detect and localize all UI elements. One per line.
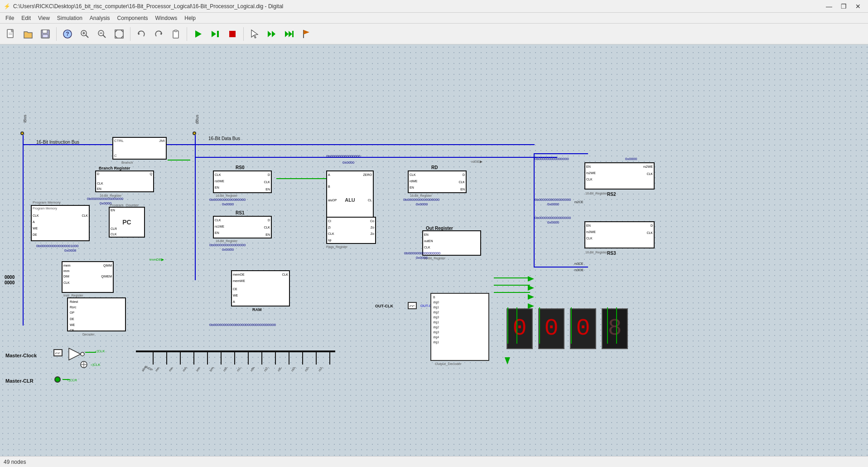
- rd-value-bin: 0b0000000000000000: [403, 198, 439, 202]
- rs1-value-bin: 0b0000000000000000: [209, 243, 246, 247]
- svg-marker-85: [528, 294, 534, 300]
- menu-simulation[interactable]: Simulation: [53, 13, 86, 23]
- instr-register-label: Instr_Register: [63, 294, 83, 297]
- zoom-in-button[interactable]: [77, 26, 93, 42]
- rs3-box: EN rs3WE CLK D CLK: [584, 221, 655, 248]
- menu-view[interactable]: View: [34, 13, 53, 23]
- seg-display-3: 0: [570, 308, 596, 349]
- restore-button[interactable]: ❐: [837, 2, 850, 11]
- rd-label: RD: [431, 165, 438, 170]
- pc-value-bin: 0b0000000000000001000: [36, 244, 78, 248]
- bottom-value-2: 0000: [5, 280, 14, 285]
- green-wire-3: [85, 352, 96, 353]
- menu-components[interactable]: Components: [114, 13, 152, 23]
- step-button[interactable]: [207, 26, 223, 42]
- canvas-area[interactable]: iBus dBus 16-Bit Instruction Bus 16-Bit …: [0, 44, 868, 456]
- svg-text:rdWE: rdWE: [250, 367, 257, 372]
- rs3-sub: 16-Bit_Register: [585, 251, 607, 254]
- pc-box: PC EN CLR CLK: [109, 207, 145, 238]
- svg-line-14: [103, 35, 106, 38]
- svg-rect-4: [43, 30, 47, 33]
- rs3oe-label: rs3OE: [574, 268, 583, 272]
- open-button[interactable]: [20, 26, 36, 42]
- run-step2-button[interactable]: [281, 26, 297, 42]
- save-button[interactable]: [37, 26, 53, 42]
- bus-signal-labels: aluOP memOE memWE outEN imm brWE rs0WE r…: [137, 367, 341, 393]
- pc-value-hex: 0x0008: [64, 248, 76, 253]
- rs2-label: RS2: [607, 192, 616, 197]
- run-fast-button[interactable]: [264, 26, 280, 42]
- clk2-label: ◁CLK: [91, 363, 101, 367]
- rs0-box: CLK rs0WE EN D CLK EN: [213, 170, 272, 193]
- svg-text:rs2WE: rs2WE: [263, 367, 271, 372]
- menu-edit[interactable]: Edit: [18, 13, 34, 23]
- green-right-wire-2: [494, 285, 530, 286]
- rs0-sub: 16-Bit_Register: [216, 194, 237, 197]
- svg-marker-29: [268, 31, 271, 37]
- help-button[interactable]: ?: [59, 26, 76, 42]
- svg-marker-31: [285, 31, 289, 37]
- svg-text:aluOP: aluOP: [141, 367, 149, 372]
- flag-button[interactable]: [298, 26, 314, 42]
- bottom-green-arrow: [503, 357, 512, 367]
- green-seg-wire-5: [607, 307, 608, 344]
- svg-marker-24: [195, 30, 202, 38]
- paste-button[interactable]: [168, 26, 184, 42]
- svg-marker-36: [69, 348, 81, 360]
- new-button[interactable]: [3, 26, 19, 42]
- svg-text:rs1WE: rs1WE: [236, 367, 244, 372]
- rs2-value-hex: 0x0000: [547, 202, 559, 206]
- program-memory-label: Program Memory: [33, 200, 61, 204]
- rs0-value-bin: 0b0000000000000000: [209, 198, 246, 202]
- zoom-out-button[interactable]: [94, 26, 110, 42]
- out-clk-label: OUT-CLK: [375, 304, 393, 308]
- master-clr-node: [54, 376, 61, 383]
- dbus-node: [193, 131, 196, 135]
- menu-help[interactable]: Help: [181, 13, 199, 23]
- green-wire-4: [63, 379, 70, 380]
- menubar: File Edit View Simulation Analysis Compo…: [0, 13, 868, 24]
- rs1-sub: 16-Bit_Register: [216, 239, 237, 243]
- svg-line-11: [86, 35, 88, 38]
- toolbar-sep-1: [56, 27, 57, 41]
- top-value-bin: 0b000000000000000: [326, 154, 361, 158]
- svg-rect-5: [43, 34, 48, 38]
- svg-rect-23: [174, 30, 177, 32]
- data-bus-wire: [195, 144, 535, 145]
- menu-analysis[interactable]: Analysis: [86, 13, 114, 23]
- rs2-box: EN rs2WE CLK rs2WE CLK: [584, 162, 655, 190]
- svg-point-37: [81, 352, 84, 356]
- rs0-label: RS0: [236, 165, 244, 170]
- master-clock-symbol: ⌐⌐: [53, 349, 63, 356]
- svg-text:outEN: outEN: [182, 367, 189, 372]
- rs2-value-bin: 0b0000000000000000: [535, 198, 571, 202]
- branch-value-bin: 0b0000000000000000: [87, 197, 123, 201]
- svg-rect-27: [229, 31, 236, 37]
- menu-windows[interactable]: Windows: [152, 13, 181, 23]
- svg-text:memWE: memWE: [168, 367, 178, 372]
- close-button[interactable]: ✕: [852, 2, 864, 11]
- menu-file[interactable]: File: [2, 13, 18, 23]
- svg-text:rdOE: rdOE: [277, 367, 284, 372]
- svg-marker-84: [528, 285, 534, 291]
- undo-button[interactable]: [133, 26, 149, 42]
- svg-text:memOE: memOE: [154, 367, 164, 372]
- seg-digit-4: 8: [608, 317, 622, 341]
- svg-marker-87: [505, 357, 510, 365]
- ctrl-branch-box: CTRL JMI C: [112, 137, 167, 160]
- seg-display-4: 8: [602, 308, 628, 349]
- window-title: C:\Users\RICKC\Desktop\16_bit_risc_compu…: [13, 3, 823, 10]
- branch-label: Branch: [121, 161, 133, 165]
- svg-rect-26: [217, 31, 219, 37]
- seg-display-2: 0: [538, 308, 564, 349]
- redo-button[interactable]: [150, 26, 167, 42]
- svg-text:rs2CE: rs2CE: [304, 367, 312, 372]
- minimize-button[interactable]: —: [823, 2, 835, 11]
- cursor-button[interactable]: [246, 26, 263, 42]
- play-button[interactable]: [190, 26, 206, 42]
- green-seg-wire-3: [539, 307, 540, 344]
- decoder-label: Decoder: [82, 333, 94, 336]
- zoom-fit-button[interactable]: [111, 26, 127, 42]
- master-clock-label: Master-Clock: [5, 353, 37, 358]
- stop-button[interactable]: [224, 26, 241, 42]
